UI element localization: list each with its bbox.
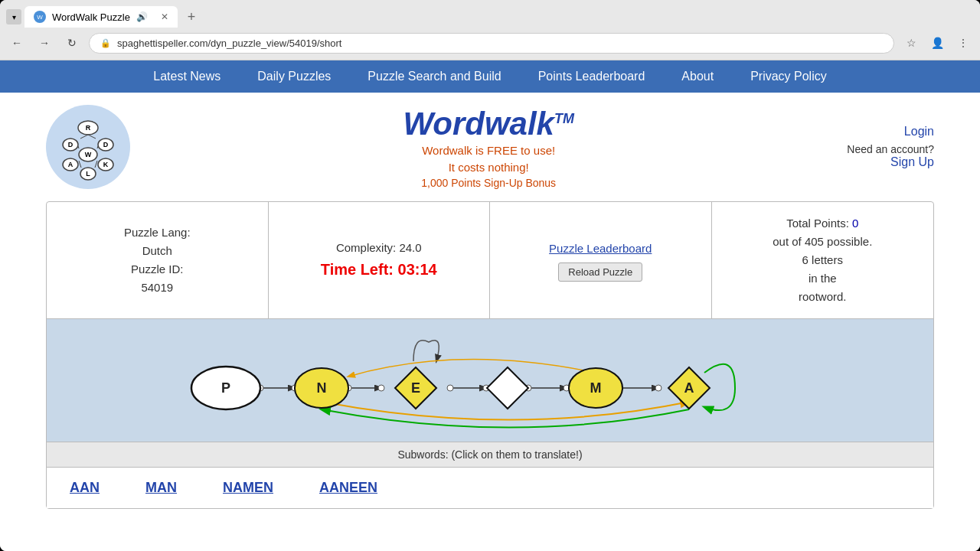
svg-text:D: D [103, 141, 109, 148]
puzzle-points-cell: Total Points: 0 out of 405 possible. 6 l… [712, 202, 934, 318]
profile-icon[interactable]: 👤 [926, 32, 948, 54]
tagline: Wordwalk is FREE to use! It costs nothin… [145, 142, 831, 177]
bonus-text: 1,000 Points Sign-Up Bonus [145, 177, 831, 189]
logo-svg: R D D W A K L [54, 112, 122, 181]
browser-window: ▾ W WordWalk Puzzle 🔊 ✕ + ← → ↻ 🔒 spaghe… [0, 0, 980, 551]
subwords-bar: Subwords: (Click on them to translate!) [47, 442, 933, 467]
toolbar-icons: ☆ 👤 ⋮ [900, 32, 974, 54]
puzzle-container: Puzzle Lang: Dutch Puzzle ID: 54019 Comp… [46, 201, 934, 509]
wordwalk-title: WordwalkTM [145, 106, 831, 142]
svg-line-15 [88, 135, 96, 139]
svg-text:D: D [68, 141, 74, 148]
svg-line-16 [78, 146, 79, 148]
svg-text:P: P [221, 380, 230, 396]
tab-title: WordWalk Puzzle [52, 11, 130, 23]
puzzle-graph: P N E M A [47, 319, 933, 442]
word-aan[interactable]: AAN [70, 480, 100, 496]
puzzle-leaderboard-link[interactable]: Puzzle Leaderboard [549, 240, 652, 258]
svg-line-18 [79, 161, 81, 168]
svg-point-30 [447, 385, 453, 391]
page-content: Latest News Daily Puzzles Puzzle Search … [0, 60, 980, 551]
nav-daily-puzzles[interactable]: Daily Puzzles [239, 60, 349, 93]
puzzle-info-bar: Puzzle Lang: Dutch Puzzle ID: 54019 Comp… [47, 202, 933, 319]
login-link[interactable]: Login [847, 125, 934, 139]
graph-area: P N E M A [47, 319, 933, 442]
hero-section: R D D W A K L [0, 93, 980, 201]
active-tab[interactable]: W WordWalk Puzzle 🔊 ✕ [24, 6, 178, 28]
puzzle-leaderboard-cell: Puzzle Leaderboard Reload Puzzle [490, 202, 712, 318]
nav-latest-news[interactable]: Latest News [135, 60, 239, 93]
svg-text:W: W [85, 151, 92, 158]
lock-icon: 🔒 [100, 38, 111, 48]
puzzle-lang-cell: Puzzle Lang: Dutch Puzzle ID: 54019 [47, 202, 269, 318]
new-tab-button[interactable]: + [181, 6, 202, 28]
puzzle-complexity-cell: Complexity: 24.0 Time Left: 03:14 [269, 202, 491, 318]
svg-line-17 [97, 146, 98, 148]
address-bar-row: ← → ↻ 🔒 spaghettispeller.com/dyn_puzzle_… [6, 32, 974, 60]
reload-puzzle-button[interactable]: Reload Puzzle [558, 262, 642, 282]
reload-button[interactable]: ↻ [61, 32, 83, 54]
tab-dropdown[interactable]: ▾ [6, 9, 21, 24]
back-button[interactable]: ← [6, 32, 28, 54]
tab-audio-icon[interactable]: 🔊 [136, 11, 148, 22]
tab-close-button[interactable]: ✕ [161, 11, 168, 22]
signup-link[interactable]: Sign Up [890, 155, 934, 168]
nav-privacy-policy[interactable]: Privacy Policy [732, 60, 845, 93]
time-left: Time Left: 03:14 [321, 257, 437, 282]
menu-icon[interactable]: ⋮ [952, 32, 974, 54]
tab-bar: ▾ W WordWalk Puzzle 🔊 ✕ + [6, 6, 974, 28]
svg-text:M: M [590, 380, 602, 396]
hero-center: WordwalkTM Wordwalk is FREE to use! It c… [145, 106, 831, 189]
logo-circle: R D D W A K L [46, 105, 130, 189]
svg-line-14 [80, 135, 88, 139]
words-row: AAN MAN NAMEN AANEEN [47, 467, 933, 508]
svg-text:N: N [317, 380, 327, 396]
nav-bar: Latest News Daily Puzzles Puzzle Search … [0, 60, 980, 93]
need-account-text: Need an account? [847, 143, 934, 155]
browser-chrome: ▾ W WordWalk Puzzle 🔊 ✕ + ← → ↻ 🔒 spaghe… [0, 0, 980, 60]
forward-button[interactable]: → [34, 32, 55, 54]
svg-text:A: A [684, 380, 694, 396]
bookmark-icon[interactable]: ☆ [900, 32, 922, 54]
svg-text:A: A [68, 161, 74, 168]
word-aaneen[interactable]: AANEEN [319, 480, 377, 496]
svg-text:L: L [86, 170, 90, 178]
nav-puzzle-search[interactable]: Puzzle Search and Build [349, 60, 519, 93]
hero-right: Login Need an account? Sign Up [847, 125, 934, 169]
svg-line-19 [95, 161, 97, 168]
svg-text:R: R [86, 124, 91, 132]
svg-point-29 [378, 385, 384, 391]
svg-text:E: E [411, 380, 420, 396]
nav-points-leaderboard[interactable]: Points Leaderboard [520, 60, 664, 93]
nav-about[interactable]: About [663, 60, 732, 93]
word-namen[interactable]: NAMEN [223, 480, 273, 496]
svg-text:K: K [103, 161, 109, 168]
points-value: 0 [852, 217, 858, 230]
word-man[interactable]: MAN [145, 480, 177, 496]
url-text: spaghettispeller.com/dyn_puzzle_view/540… [117, 37, 341, 49]
address-bar[interactable]: 🔒 spaghettispeller.com/dyn_puzzle_view/5… [89, 33, 894, 54]
tab-favicon: W [34, 11, 46, 23]
svg-point-35 [655, 385, 662, 391]
